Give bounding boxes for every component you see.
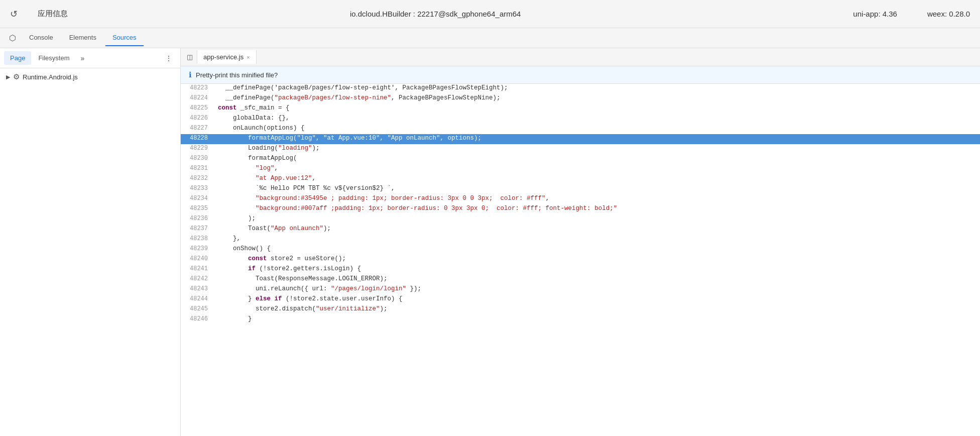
line-number: 48232 — [181, 174, 216, 182]
table-row[interactable]: 48226 globalData: {}, — [181, 114, 980, 124]
pretty-print-label: Pretty-print this minified file? — [196, 71, 278, 79]
line-content: onLaunch(options) { — [216, 125, 980, 132]
table-row[interactable]: 48236 ); — [181, 214, 980, 225]
line-content: } else if (!store2.state.user.userInfo) … — [216, 295, 980, 302]
table-row[interactable]: 48245 store2.dispatch("user/initialize")… — [181, 305, 980, 315]
table-row[interactable]: 48237 Toast("App onLaunch"); — [181, 225, 980, 235]
table-row[interactable]: 48243 uni.reLaunch({ url: "/pages/login/… — [181, 285, 980, 295]
line-number: 48236 — [181, 214, 216, 222]
top-bar: ↺ 应用信息 io.dcloud.HBuilder : 22217@sdk_gp… — [0, 0, 980, 28]
line-number: 48233 — [181, 184, 216, 192]
line-number: 48229 — [181, 144, 216, 152]
line-content: ); — [216, 215, 980, 222]
line-number: 48227 — [181, 124, 216, 132]
pretty-print-banner: ℹ Pretty-print this minified file? — [181, 66, 980, 84]
line-content: onShow() { — [216, 245, 980, 252]
uniapp-version: uni-app: 4.36 — [853, 10, 897, 18]
table-row[interactable]: 48232 "at App.vue:12", — [181, 174, 980, 184]
line-content: if (!store2.getters.isLogin) { — [216, 265, 980, 272]
line-content: __definePage("packageB/pages/flow-step-n… — [216, 94, 980, 101]
line-number: 48224 — [181, 94, 216, 101]
devtools-tab-bar: ⬡ Console Elements Sources — [0, 28, 980, 48]
line-content: __definePage('packageB/pages/flow-step-e… — [216, 84, 980, 91]
line-content: "at App.vue:12", — [216, 175, 980, 182]
line-number: 48231 — [181, 164, 216, 172]
line-content: const store2 = useStore(); — [216, 255, 980, 262]
table-row[interactable]: 48242 Toast(ResponseMessage.LOGIN_ERROR)… — [181, 275, 980, 285]
sidebar-tab-filesystem[interactable]: Filesystem — [32, 51, 75, 65]
line-content: Loading("loading"); — [216, 145, 980, 152]
table-row[interactable]: 48223 __definePage('packageB/pages/flow-… — [181, 84, 980, 94]
sidebar-tab-bar: Page Filesystem » ⋮ — [0, 48, 180, 68]
line-content: "background:#35495e ; padding: 1px; bord… — [216, 195, 980, 202]
code-area: ◫ app-service.js × ℹ Pretty-print this m… — [181, 48, 980, 436]
code-content[interactable]: 48223 __definePage('packageB/pages/flow-… — [181, 84, 980, 436]
table-row[interactable]: 48233 `%c Hello PCM TBT %c v${version$2}… — [181, 184, 980, 194]
refresh-icon[interactable]: ↺ — [10, 9, 18, 20]
table-row[interactable]: 48227 onLaunch(options) { — [181, 124, 980, 134]
line-number: 48234 — [181, 194, 216, 202]
file-tab-name: app-service.js — [203, 53, 243, 61]
line-number: 48237 — [181, 225, 216, 232]
line-number: 48245 — [181, 305, 216, 312]
device-info: io.dcloud.HBuilder : 22217@sdk_gphone64_… — [38, 10, 833, 18]
table-row[interactable]: 48239 onShow() { — [181, 245, 980, 255]
line-number: 48243 — [181, 285, 216, 292]
line-content: formatAppLog("log", "at App.vue:10", "Ap… — [216, 135, 980, 142]
sidebar-tab-page[interactable]: Page — [4, 51, 31, 65]
expand-arrow-icon: ▶ — [6, 74, 10, 80]
table-row[interactable]: 48235 "background:#007aff ;padding: 1px;… — [181, 204, 980, 214]
table-row[interactable]: 48238 }, — [181, 235, 980, 245]
line-content: `%c Hello PCM TBT %c v${version$2} `, — [216, 185, 980, 192]
line-content: } — [216, 315, 980, 322]
line-content: "log", — [216, 165, 980, 172]
weex-version: weex: 0.28.0 — [927, 10, 970, 18]
table-row[interactable]: 48241 if (!store2.getters.isLogin) { — [181, 265, 980, 275]
table-row[interactable]: 48234 "background:#35495e ; padding: 1px… — [181, 194, 980, 204]
cursor-icon[interactable]: ⬡ — [5, 31, 20, 45]
line-number: 48239 — [181, 245, 216, 252]
line-content: "background:#007aff ;padding: 1px; borde… — [216, 205, 980, 212]
line-content: Toast(ResponseMessage.LOGIN_ERROR); — [216, 275, 980, 282]
table-row[interactable]: 48246 } — [181, 315, 980, 325]
sidebar: Page Filesystem » ⋮ ▶ ⚙ Runtime.Android.… — [0, 48, 181, 436]
line-number: 48223 — [181, 84, 216, 91]
line-content: globalData: {}, — [216, 115, 980, 122]
table-row[interactable]: 48244 } else if (!store2.state.user.user… — [181, 295, 980, 305]
line-number: 48246 — [181, 315, 216, 322]
chevron-more-icon[interactable]: » — [77, 52, 89, 64]
file-tab-app-service[interactable]: app-service.js × — [197, 50, 257, 64]
line-number: 48241 — [181, 265, 216, 272]
line-content: }, — [216, 235, 980, 242]
version-info: uni-app: 4.36 weex: 0.28.0 — [853, 10, 970, 18]
tab-elements[interactable]: Elements — [62, 30, 103, 46]
line-number: 48230 — [181, 154, 216, 162]
table-row[interactable]: 48224 __definePage("packageB/pages/flow-… — [181, 94, 980, 104]
sidebar-item-label: Runtime.Android.js — [23, 73, 78, 81]
table-row[interactable]: 48228 formatAppLog("log", "at App.vue:10… — [181, 134, 980, 144]
main-layout: Page Filesystem » ⋮ ▶ ⚙ Runtime.Android.… — [0, 48, 980, 436]
tab-console[interactable]: Console — [22, 30, 60, 46]
line-number: 48235 — [181, 204, 216, 212]
file-tabs: ◫ app-service.js × — [181, 48, 980, 66]
line-content: Toast("App onLaunch"); — [216, 225, 980, 232]
line-number: 48226 — [181, 114, 216, 122]
table-row[interactable]: 48230 formatAppLog( — [181, 154, 980, 164]
line-number: 48225 — [181, 104, 216, 112]
line-number: 48228 — [181, 134, 216, 142]
table-row[interactable]: 48229 Loading("loading"); — [181, 144, 980, 154]
line-content: store2.dispatch("user/initialize"); — [216, 305, 980, 312]
file-tab-close-icon[interactable]: × — [247, 54, 250, 60]
sidebar-item-runtime[interactable]: ▶ ⚙ Runtime.Android.js — [0, 68, 180, 85]
table-row[interactable]: 48231 "log", — [181, 164, 980, 174]
tab-sources[interactable]: Sources — [105, 30, 144, 46]
line-number: 48238 — [181, 235, 216, 242]
table-row[interactable]: 48240 const store2 = useStore(); — [181, 255, 980, 265]
line-number: 48240 — [181, 255, 216, 262]
file-panel-icon[interactable]: ◫ — [185, 51, 195, 63]
gear-icon: ⚙ — [13, 72, 20, 81]
table-row[interactable]: 48225const _sfc_main = { — [181, 104, 980, 114]
dots-menu-icon[interactable]: ⋮ — [161, 52, 176, 64]
line-number: 48242 — [181, 275, 216, 282]
line-number: 48244 — [181, 295, 216, 302]
